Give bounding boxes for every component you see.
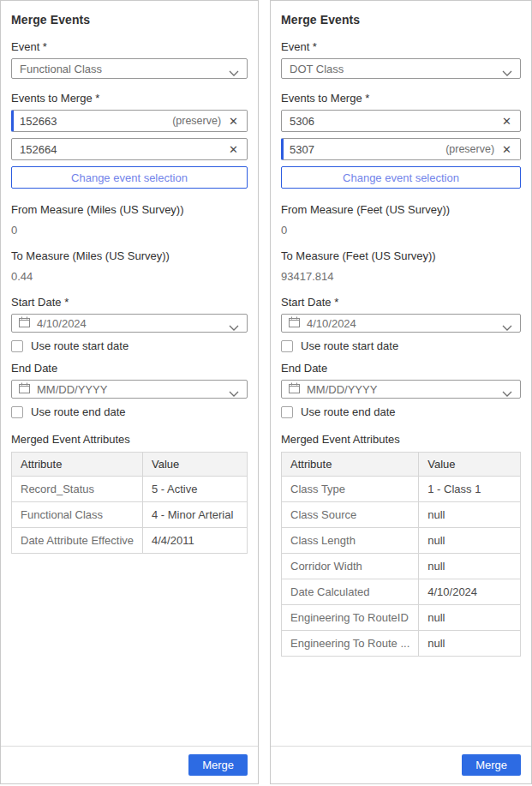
calendar-icon [19,382,30,396]
table-header-value: Value [143,453,248,477]
attribute-value: null [419,554,521,579]
remove-event-icon[interactable]: ✕ [501,143,512,156]
table-row: Functional Class 4 - Minor Arterial [12,502,248,528]
event-id-value: 152664 [20,143,221,156]
to-measure-label: To Measure (Miles (US Survey)) [11,249,248,262]
use-route-end-date-row: Use route end date [281,405,521,418]
preserve-badge: (preserve) [172,115,221,127]
calendar-icon [289,382,300,396]
use-route-start-date-checkbox[interactable] [11,340,23,352]
calendar-icon [19,316,30,330]
event-to-merge-input[interactable]: 152663 (preserve) ✕ [11,110,248,132]
to-measure-value: 0.44 [11,270,248,283]
chevron-down-icon [229,321,239,333]
table-header-row: Attribute Value [282,453,521,477]
attribute-value: 4/10/2024 [419,579,521,605]
event-label: Event * [11,40,248,53]
table-row: Date Calculated 4/10/2024 [282,579,521,605]
end-date-picker[interactable]: MM/DD/YYYY [281,380,521,399]
start-date-label: Start Date * [11,296,248,309]
remove-event-icon[interactable]: ✕ [501,115,512,128]
merged-event-attributes-heading: Merged Event Attributes [11,433,248,446]
calendar-icon [289,316,300,330]
event-to-merge-input[interactable]: 5306 ✕ [281,110,521,132]
chevron-down-icon [229,66,239,79]
table-row: Class Source null [282,502,521,528]
table-row: Date Attribute Effective 4/4/2011 [12,528,248,554]
attribute-name: Date Attribute Effective [12,528,143,554]
table-header-attribute: Attribute [12,453,143,477]
event-select-value: DOT Class [290,63,344,75]
table-row: Engineering To RouteID null [282,605,521,631]
panel-footer: Merge [1,746,258,783]
end-date-picker[interactable]: MM/DD/YYYY [11,380,248,399]
start-date-label: Start Date * [281,296,521,309]
attribute-value: 5 - Active [143,477,248,502]
attribute-name: Date Calculated [282,579,419,605]
attribute-value: null [419,502,521,528]
from-measure-value: 0 [281,224,521,237]
merge-events-panel-left: Merge Events Event * Functional Class Ev… [0,0,259,784]
remove-event-icon[interactable]: ✕ [228,143,239,156]
attribute-value: null [419,605,521,631]
merge-events-panels: Merge Events Event * Functional Class Ev… [0,0,532,784]
merge-button[interactable]: Merge [188,754,248,776]
table-row: Class Length null [282,528,521,554]
event-id-value: 5306 [290,115,494,128]
chevron-down-icon [502,321,512,333]
event-id-value: 152663 [20,115,172,128]
use-route-end-date-checkbox[interactable] [281,406,293,418]
page-title: Merge Events [11,13,248,27]
attribute-value: 4 - Minor Arterial [143,502,248,528]
event-select[interactable]: Functional Class [11,58,248,79]
from-measure-label: From Measure (Feet (US Survey)) [281,203,521,216]
attribute-name: Class Type [282,477,419,502]
use-route-start-date-checkbox[interactable] [281,340,293,352]
use-route-end-date-label: Use route end date [31,405,126,418]
merged-event-attributes-heading: Merged Event Attributes [281,433,521,446]
end-date-label: End Date [11,362,248,375]
merge-button[interactable]: Merge [462,754,521,776]
panel-footer: Merge [271,746,531,783]
chevron-down-icon [502,66,512,79]
attribute-name: Corridor Width [282,554,419,579]
attribute-value: 4/4/2011 [143,528,248,554]
merged-attributes-table: Attribute Value Record_Status 5 - Active… [11,452,248,554]
start-date-value: 4/10/2024 [307,317,356,330]
merged-attributes-table: Attribute Value Class Type 1 - Class 1 C… [281,452,521,657]
event-select[interactable]: DOT Class [281,58,521,79]
start-date-value: 4/10/2024 [37,317,87,330]
event-to-merge-input[interactable]: 5307 (preserve) ✕ [281,138,521,160]
start-date-picker[interactable]: 4/10/2024 [11,314,248,333]
change-event-selection-button[interactable]: Change event selection [11,166,248,189]
events-to-merge-label: Events to Merge * [11,92,248,105]
attribute-value: null [419,528,521,554]
to-measure-label: To Measure (Feet (US Survey)) [281,249,521,262]
use-route-end-date-checkbox[interactable] [11,406,23,418]
attribute-name: Class Length [282,528,419,554]
attribute-name: Record_Status [12,477,143,502]
table-row: Record_Status 5 - Active [12,477,248,502]
table-row: Corridor Width null [282,554,521,579]
use-route-start-date-label: Use route start date [301,339,398,352]
table-row: Engineering To Route ... null [282,631,521,657]
chevron-down-icon [229,387,239,399]
use-route-end-date-label: Use route end date [301,405,396,418]
attribute-name: Class Source [282,502,419,528]
preserve-badge: (preserve) [445,143,494,155]
page-title: Merge Events [281,13,521,27]
attribute-name: Engineering To RouteID [282,605,419,631]
to-measure-value: 93417.814 [281,270,521,283]
use-route-end-date-row: Use route end date [11,405,248,418]
table-header-row: Attribute Value [12,453,248,477]
event-select-value: Functional Class [20,63,102,75]
from-measure-label: From Measure (Miles (US Survey)) [11,203,248,216]
remove-event-icon[interactable]: ✕ [228,115,239,128]
table-header-attribute: Attribute [282,453,419,477]
change-event-selection-button[interactable]: Change event selection [281,166,521,189]
attribute-name: Functional Class [12,502,143,528]
event-id-value: 5307 [290,143,445,156]
event-to-merge-input[interactable]: 152664 ✕ [11,138,248,160]
use-route-start-date-row: Use route start date [281,339,521,352]
start-date-picker[interactable]: 4/10/2024 [281,314,521,333]
